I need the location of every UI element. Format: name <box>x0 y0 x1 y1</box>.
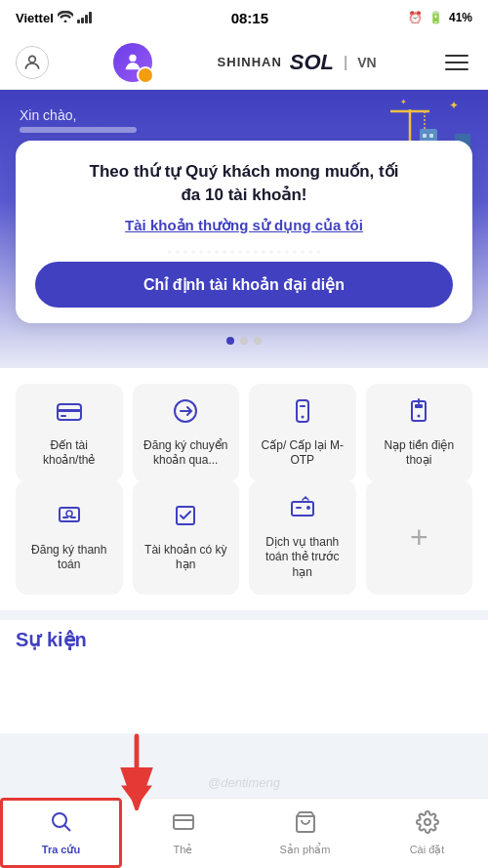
svg-point-36 <box>306 506 310 510</box>
svg-text:✦: ✦ <box>400 98 407 106</box>
svg-rect-5 <box>423 134 427 138</box>
logo-sol: SOL <box>290 50 334 75</box>
action-account[interactable]: Đến tài khoản/thẻ <box>16 384 123 482</box>
svg-line-38 <box>64 825 70 831</box>
svg-point-31 <box>418 414 421 417</box>
events-title: Sự kiện <box>16 628 472 651</box>
greeting-name-bar <box>20 127 137 133</box>
action-motp[interactable]: Cấp/ Cấp lại M-OTP <box>249 384 356 482</box>
battery-text: 41% <box>449 11 472 24</box>
watermark: @dentimeng <box>208 775 280 790</box>
motp-icon <box>289 397 316 431</box>
nav-item-search[interactable]: Tra cứu <box>0 803 122 864</box>
action-label-register-transfer: Đăng ký chuyển khoản qua... <box>141 438 232 469</box>
status-left: Viettel <box>16 11 92 25</box>
nav-item-products[interactable]: Sản phẩm <box>244 803 366 864</box>
svg-rect-30 <box>415 404 423 408</box>
quick-actions-row1: Đến tài khoản/thẻ Đăng ký chuyển khoản q… <box>0 368 488 486</box>
svg-rect-39 <box>174 815 193 829</box>
app-header: SHINHAN SOL | VN <box>0 35 488 90</box>
action-label-term-account: Tài khoản có kỳ hạn <box>141 543 232 573</box>
designate-btn[interactable]: Chỉ định tài khoản đại diện <box>35 262 453 308</box>
dot-3 <box>254 337 262 345</box>
plus-icon: + <box>410 519 428 556</box>
action-topup[interactable]: Nạp tiền điện thoại <box>366 384 473 482</box>
term-account-icon <box>172 502 199 535</box>
time-display: 08:15 <box>231 10 268 26</box>
action-payment-register[interactable]: Đăng ký thanh toán <box>16 480 123 595</box>
logo-shinhan: SHINHAN <box>218 55 282 69</box>
payment-register-icon <box>56 502 83 535</box>
svg-point-37 <box>53 813 66 827</box>
svg-rect-32 <box>60 508 79 521</box>
avatar-button[interactable] <box>16 46 49 79</box>
carrier-text: Viettel <box>16 11 54 25</box>
alarm-icon: ⏰ <box>408 11 423 24</box>
nav-item-settings[interactable]: Cài đặt <box>366 803 488 864</box>
action-label-motp: Cấp/ Cấp lại M-OTP <box>257 438 348 469</box>
nav-label-products: Sản phẩm <box>280 844 331 856</box>
svg-rect-26 <box>297 400 308 422</box>
logo-divider: | <box>344 54 347 71</box>
action-label-topup: Nạp tiền điện thoại <box>374 438 466 469</box>
search-nav-icon <box>50 810 73 840</box>
card-title: Theo thứ tự Quý khách mong muốn, tối đa … <box>35 160 453 207</box>
account-icon <box>56 397 83 431</box>
svg-point-42 <box>425 819 430 825</box>
status-right: ⏰ 🔋 41% <box>408 11 472 24</box>
promo-card: Theo thứ tự Quý khách mong muốn, tối đa … <box>16 141 472 323</box>
card-nav-icon <box>172 810 195 840</box>
banner-area: Xin chào, <box>0 90 488 368</box>
action-prepay[interactable]: Dịch vụ thanh toán thẻ trước hạn <box>249 480 356 595</box>
topup-icon <box>405 397 432 431</box>
svg-text:✦: ✦ <box>449 99 459 112</box>
svg-rect-28 <box>300 405 305 407</box>
bottom-nav: Tra cứu Thẻ Sản phẩm Cài đặt <box>0 798 488 868</box>
settings-nav-icon <box>416 810 439 840</box>
prepay-icon <box>289 494 316 527</box>
svg-point-33 <box>66 511 72 517</box>
app-logo: SHINHAN SOL | VN <box>218 50 377 75</box>
action-add[interactable]: + <box>366 480 473 595</box>
dot-1 <box>226 337 234 345</box>
svg-point-27 <box>301 415 304 418</box>
signal-icon <box>77 12 92 23</box>
logo-vn: VN <box>357 55 376 70</box>
quick-actions-row2: Đăng ký thanh toán Tài khoản có kỳ hạn D… <box>0 480 488 610</box>
register-transfer-icon <box>172 397 199 431</box>
wifi-icon <box>58 11 73 25</box>
decorative-dots <box>35 250 453 254</box>
action-register-transfer[interactable]: Đăng ký chuyển khoản qua... <box>133 384 240 482</box>
action-label-account: Đến tài khoản/thẻ <box>23 438 115 469</box>
events-section: Sự kiện <box>0 620 488 655</box>
carousel-indicators <box>0 337 488 349</box>
battery-icon: 🔋 <box>428 11 443 24</box>
nav-label-search: Tra cứu <box>42 844 80 856</box>
nav-label-settings: Cài đặt <box>410 844 445 856</box>
action-label-prepay: Dịch vụ thanh toán thẻ trước hạn <box>257 535 348 581</box>
dot-2 <box>240 337 248 345</box>
purple-avatar[interactable] <box>113 43 152 82</box>
card-link[interactable]: Tài khoản thường sử dụng của tôi <box>35 217 453 234</box>
products-nav-icon <box>294 810 317 840</box>
svg-rect-6 <box>429 134 433 138</box>
status-bar: Viettel 08:15 ⏰ 🔋 41% <box>0 0 488 35</box>
nav-label-card: Thẻ <box>174 844 193 856</box>
svg-point-0 <box>29 56 36 62</box>
svg-point-1 <box>130 54 137 61</box>
svg-rect-24 <box>61 415 66 417</box>
action-term-account[interactable]: Tài khoản có kỳ hạn <box>133 480 240 595</box>
hamburger-menu[interactable] <box>441 51 472 74</box>
action-label-payment-register: Đăng ký thanh toán <box>23 543 115 573</box>
nav-item-card[interactable]: Thẻ <box>122 803 244 864</box>
svg-rect-23 <box>58 409 81 412</box>
